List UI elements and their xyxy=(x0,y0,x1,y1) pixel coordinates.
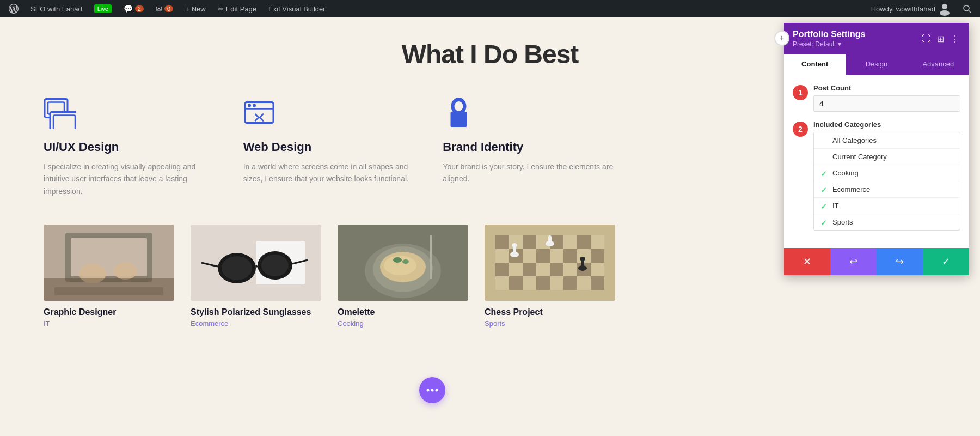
cat-option-all[interactable]: All Categories xyxy=(814,132,960,149)
add-element-button[interactable]: + xyxy=(774,31,789,46)
cat-check-all xyxy=(820,137,828,144)
portfolio-title: Omelette xyxy=(338,307,468,317)
svg-rect-47 xyxy=(591,235,604,249)
cat-label-all: All Categories xyxy=(832,136,877,144)
service-desc: I specialize in creating visually appeal… xyxy=(44,161,222,197)
settings-header: Portfolio Settings Preset: Default ▾ ⛶ ⊞… xyxy=(784,23,969,55)
svg-rect-51 xyxy=(536,249,550,263)
svg-rect-40 xyxy=(495,235,509,249)
svg-line-27 xyxy=(256,265,258,267)
exit-visual-builder[interactable]: Exit Visual Builder xyxy=(264,0,330,17)
confirm-button[interactable]: ✓ xyxy=(923,248,969,275)
service-desc: Your brand is your story. I ensure the e… xyxy=(443,161,621,185)
categories-label: Included Categories xyxy=(813,120,960,129)
svg-rect-52 xyxy=(550,249,564,263)
categories-dropdown: All Categories Current Category ✓ Cookin… xyxy=(813,132,960,231)
svg-rect-42 xyxy=(523,235,536,249)
fullscreen-button[interactable]: ⛶ xyxy=(921,33,932,45)
cat-label-sports: Sports xyxy=(832,218,853,226)
svg-rect-76 xyxy=(548,235,552,244)
portfolio-item: Omelette Cooking xyxy=(338,225,468,328)
svg-rect-58 xyxy=(523,263,536,276)
cat-check-it: ✓ xyxy=(820,202,828,210)
comment-moderation[interactable]: ✉ 0 xyxy=(151,0,177,17)
svg-rect-61 xyxy=(564,263,577,276)
svg-line-3 xyxy=(969,10,971,13)
edit-page[interactable]: ✏ Edit Page xyxy=(213,0,261,17)
portfolio-category[interactable]: Cooking xyxy=(338,319,468,328)
service-item: Brand Identity Your brand is your story.… xyxy=(443,96,621,197)
svg-point-26 xyxy=(261,255,289,276)
svg-point-82 xyxy=(436,389,438,392)
service-desc: In a world where screens come in all sha… xyxy=(243,161,421,185)
tab-advanced[interactable]: Advanced xyxy=(908,55,969,75)
service-item: Web Design In a world where screens come… xyxy=(243,96,421,197)
svg-point-1 xyxy=(940,10,950,16)
svg-rect-68 xyxy=(550,276,564,290)
tab-content[interactable]: Content xyxy=(784,55,846,75)
service-title: Web Design xyxy=(243,140,421,154)
more-options-button[interactable]: ⋮ xyxy=(950,33,960,45)
svg-point-35 xyxy=(393,257,402,263)
cat-check-ecommerce: ✓ xyxy=(820,186,828,193)
portfolio-thumb xyxy=(191,225,321,301)
svg-point-20 xyxy=(113,262,137,280)
post-count-input[interactable] xyxy=(813,95,960,112)
step-badge-1: 1 xyxy=(793,85,808,100)
svg-rect-53 xyxy=(564,249,577,263)
portfolio-title: Stylish Polarized Sunglasses xyxy=(191,307,321,317)
cat-label-current: Current Category xyxy=(832,153,887,161)
categories-row: 2 Included Categories All Categories Cur… xyxy=(793,120,960,231)
search-icon[interactable] xyxy=(958,4,976,13)
site-name[interactable]: SEO with Fahad xyxy=(26,0,87,17)
tab-design[interactable]: Design xyxy=(846,55,907,75)
brand-icon xyxy=(443,96,621,131)
cat-option-current[interactable]: Current Category xyxy=(814,149,960,165)
columns-button[interactable]: ⊞ xyxy=(936,33,945,45)
comments-count[interactable]: 💬 2 xyxy=(119,0,148,17)
portfolio-category[interactable]: Sports xyxy=(485,319,615,328)
live-badge[interactable]: Live xyxy=(90,0,116,17)
cat-label-it: IT xyxy=(832,202,839,210)
cancel-button[interactable]: ✕ xyxy=(784,248,830,275)
svg-rect-57 xyxy=(509,263,523,276)
svg-rect-55 xyxy=(591,249,604,263)
post-count-row: 1 Post Count xyxy=(793,84,960,112)
svg-rect-69 xyxy=(564,276,577,290)
svg-rect-37 xyxy=(430,235,432,279)
wordpress-logo[interactable] xyxy=(4,0,23,17)
cat-check-cooking: ✓ xyxy=(820,169,828,177)
settings-body: 1 Post Count 2 Included Categories All C… xyxy=(784,75,969,248)
webdesign-icon xyxy=(243,96,421,131)
uiux-icon xyxy=(44,96,222,131)
svg-rect-63 xyxy=(591,263,604,276)
svg-rect-13 xyxy=(451,112,467,127)
undo-button[interactable]: ↩ xyxy=(830,248,877,275)
cat-option-cooking[interactable]: ✓ Cooking xyxy=(814,165,960,181)
user-greeting[interactable]: Howdy, wpwithfahad xyxy=(867,2,956,16)
cat-option-ecommerce[interactable]: ✓ Ecommerce xyxy=(814,181,960,198)
portfolio-category[interactable]: Ecommerce xyxy=(191,319,321,328)
cat-option-sports[interactable]: ✓ Sports xyxy=(814,214,960,230)
svg-rect-18 xyxy=(54,287,163,295)
portfolio-title: Graphic Designer xyxy=(44,307,174,317)
svg-point-0 xyxy=(942,4,947,9)
cat-label-ecommerce: Ecommerce xyxy=(832,185,870,193)
svg-rect-70 xyxy=(577,276,591,290)
cat-option-it[interactable]: ✓ IT xyxy=(814,198,960,214)
svg-rect-66 xyxy=(523,276,536,290)
portfolio-category[interactable]: IT xyxy=(44,319,174,328)
cat-check-current xyxy=(820,153,828,161)
settings-preset[interactable]: Preset: Default ▾ xyxy=(793,40,865,48)
portfolio-item: Graphic Designer IT xyxy=(44,225,174,328)
svg-point-24 xyxy=(222,256,252,280)
svg-point-36 xyxy=(402,259,409,264)
svg-point-11 xyxy=(253,104,256,107)
step-badge-2: 2 xyxy=(793,122,808,137)
post-count-label: Post Count xyxy=(813,84,960,92)
redo-button[interactable]: ↪ xyxy=(877,248,923,275)
svg-rect-67 xyxy=(536,276,550,290)
new-item[interactable]: + New xyxy=(181,0,210,17)
svg-point-79 xyxy=(580,257,585,261)
floating-action-button[interactable] xyxy=(419,377,445,403)
